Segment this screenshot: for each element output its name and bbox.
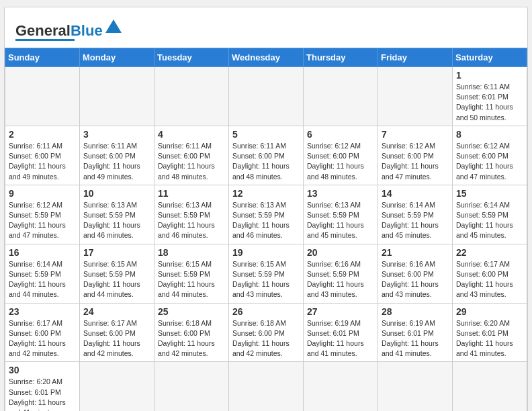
day-info: Sunrise: 6:12 AM Sunset: 6:00 PM Dayligh… — [456, 141, 523, 182]
calendar-cell — [378, 362, 453, 411]
day-number: 19 — [232, 247, 300, 258]
day-number: 13 — [307, 188, 374, 199]
day-info: Sunrise: 6:12 AM Sunset: 5:59 PM Dayligh… — [9, 200, 76, 241]
logo-text: GeneralBlue — [15, 24, 103, 38]
day-number: 23 — [9, 306, 76, 317]
day-info: Sunrise: 6:16 AM Sunset: 6:00 PM Dayligh… — [382, 259, 449, 300]
calendar-cell: 22Sunrise: 6:17 AM Sunset: 6:00 PM Dayli… — [453, 244, 527, 303]
calendar-cell: 2Sunrise: 6:11 AM Sunset: 6:00 PM Daylig… — [5, 126, 80, 185]
calendar-cell: 14Sunrise: 6:14 AM Sunset: 5:59 PM Dayli… — [378, 185, 453, 244]
day-number: 27 — [307, 306, 374, 317]
logo-bar — [15, 39, 75, 41]
day-number: 26 — [232, 306, 300, 317]
calendar-cell: 4Sunrise: 6:11 AM Sunset: 6:00 PM Daylig… — [154, 126, 229, 185]
calendar-cell: 18Sunrise: 6:15 AM Sunset: 5:59 PM Dayli… — [154, 244, 229, 303]
calendar-cell — [304, 67, 378, 126]
day-info: Sunrise: 6:19 AM Sunset: 6:01 PM Dayligh… — [382, 318, 449, 359]
weekday-header-wednesday: Wednesday — [229, 48, 304, 67]
calendar-cell: 16Sunrise: 6:14 AM Sunset: 5:59 PM Dayli… — [5, 244, 80, 303]
day-number: 20 — [307, 247, 374, 258]
day-number: 7 — [382, 129, 449, 140]
calendar-cell: 29Sunrise: 6:20 AM Sunset: 6:01 PM Dayli… — [453, 303, 527, 362]
weekday-header-tuesday: Tuesday — [154, 48, 229, 67]
calendar-cell — [154, 362, 229, 411]
calendar-cell: 23Sunrise: 6:17 AM Sunset: 6:00 PM Dayli… — [5, 303, 80, 362]
calendar-cell — [154, 67, 229, 126]
calendar-cell: 7Sunrise: 6:12 AM Sunset: 6:00 PM Daylig… — [378, 126, 453, 185]
day-info: Sunrise: 6:16 AM Sunset: 5:59 PM Dayligh… — [307, 259, 374, 300]
day-info: Sunrise: 6:12 AM Sunset: 6:00 PM Dayligh… — [382, 141, 449, 182]
day-info: Sunrise: 6:14 AM Sunset: 5:59 PM Dayligh… — [382, 200, 449, 241]
calendar-cell: 25Sunrise: 6:18 AM Sunset: 6:00 PM Dayli… — [154, 303, 229, 362]
day-info: Sunrise: 6:19 AM Sunset: 6:01 PM Dayligh… — [307, 318, 374, 359]
calendar-cell: 3Sunrise: 6:11 AM Sunset: 6:00 PM Daylig… — [80, 126, 154, 185]
calendar-cell — [5, 67, 80, 126]
day-number: 14 — [382, 188, 449, 199]
day-number: 28 — [382, 306, 449, 317]
day-info: Sunrise: 6:15 AM Sunset: 5:59 PM Dayligh… — [158, 259, 225, 300]
calendar-cell — [229, 362, 304, 411]
day-number: 6 — [307, 129, 374, 140]
logo: GeneralBlue — [15, 18, 123, 41]
calendar-cell: 24Sunrise: 6:17 AM Sunset: 6:00 PM Dayli… — [80, 303, 154, 362]
weekday-header-thursday: Thursday — [304, 48, 378, 67]
weekday-header-friday: Friday — [378, 48, 453, 67]
day-number: 21 — [382, 247, 449, 258]
day-number: 15 — [456, 188, 523, 199]
day-info: Sunrise: 6:17 AM Sunset: 6:00 PM Dayligh… — [9, 318, 76, 359]
calendar-cell — [80, 67, 154, 126]
day-info: Sunrise: 6:13 AM Sunset: 5:59 PM Dayligh… — [158, 200, 225, 241]
calendar-cell: 20Sunrise: 6:16 AM Sunset: 5:59 PM Dayli… — [304, 244, 378, 303]
calendar-week-row: 16Sunrise: 6:14 AM Sunset: 5:59 PM Dayli… — [5, 244, 527, 303]
day-number: 1 — [456, 70, 523, 81]
calendar-week-row: 9Sunrise: 6:12 AM Sunset: 5:59 PM Daylig… — [5, 185, 527, 244]
day-number: 25 — [158, 306, 225, 317]
calendar-cell — [453, 362, 527, 411]
calendar-week-row: 23Sunrise: 6:17 AM Sunset: 6:00 PM Dayli… — [5, 303, 527, 362]
day-info: Sunrise: 6:20 AM Sunset: 6:01 PM Dayligh… — [9, 377, 76, 411]
day-number: 29 — [456, 306, 523, 317]
day-info: Sunrise: 6:15 AM Sunset: 5:59 PM Dayligh… — [232, 259, 300, 300]
day-number: 8 — [456, 129, 523, 140]
day-info: Sunrise: 6:18 AM Sunset: 6:00 PM Dayligh… — [232, 318, 300, 359]
day-number: 2 — [9, 129, 76, 140]
day-info: Sunrise: 6:11 AM Sunset: 6:00 PM Dayligh… — [232, 141, 300, 182]
day-number: 18 — [158, 247, 225, 258]
calendar-cell: 8Sunrise: 6:12 AM Sunset: 6:00 PM Daylig… — [453, 126, 527, 185]
calendar-header: GeneralBlue — [5, 7, 527, 48]
calendar-cell: 6Sunrise: 6:12 AM Sunset: 6:00 PM Daylig… — [304, 126, 378, 185]
calendar-cell — [378, 67, 453, 126]
day-number: 12 — [232, 188, 300, 199]
calendar-table: SundayMondayTuesdayWednesdayThursdayFrid… — [5, 48, 527, 411]
calendar-week-row: 1Sunrise: 6:11 AM Sunset: 6:01 PM Daylig… — [5, 67, 527, 126]
calendar-cell: 30Sunrise: 6:20 AM Sunset: 6:01 PM Dayli… — [5, 362, 80, 411]
day-number: 24 — [83, 306, 150, 317]
day-info: Sunrise: 6:13 AM Sunset: 5:59 PM Dayligh… — [307, 200, 374, 241]
day-info: Sunrise: 6:11 AM Sunset: 6:01 PM Dayligh… — [456, 82, 523, 123]
calendar-cell: 13Sunrise: 6:13 AM Sunset: 5:59 PM Dayli… — [304, 185, 378, 244]
calendar-week-row: 30Sunrise: 6:20 AM Sunset: 6:01 PM Dayli… — [5, 362, 527, 411]
calendar-cell: 15Sunrise: 6:14 AM Sunset: 5:59 PM Dayli… — [453, 185, 527, 244]
calendar-cell: 21Sunrise: 6:16 AM Sunset: 6:00 PM Dayli… — [378, 244, 453, 303]
day-info: Sunrise: 6:11 AM Sunset: 6:00 PM Dayligh… — [83, 141, 150, 182]
calendar-cell: 11Sunrise: 6:13 AM Sunset: 5:59 PM Dayli… — [154, 185, 229, 244]
day-info: Sunrise: 6:11 AM Sunset: 6:00 PM Dayligh… — [158, 141, 225, 182]
calendar-cell — [80, 362, 154, 411]
day-number: 17 — [83, 247, 150, 258]
day-info: Sunrise: 6:18 AM Sunset: 6:00 PM Dayligh… — [158, 318, 225, 359]
calendar-cell: 12Sunrise: 6:13 AM Sunset: 5:59 PM Dayli… — [229, 185, 304, 244]
logo-triangle-icon — [104, 18, 123, 37]
day-info: Sunrise: 6:13 AM Sunset: 5:59 PM Dayligh… — [232, 200, 300, 241]
weekday-header-monday: Monday — [80, 48, 154, 67]
weekday-header-sunday: Sunday — [5, 48, 80, 67]
weekday-header-saturday: Saturday — [453, 48, 527, 67]
day-info: Sunrise: 6:13 AM Sunset: 5:59 PM Dayligh… — [83, 200, 150, 241]
day-number: 22 — [456, 247, 523, 258]
calendar-cell: 26Sunrise: 6:18 AM Sunset: 6:00 PM Dayli… — [229, 303, 304, 362]
logo-blue-text: Blue — [71, 22, 103, 39]
day-number: 16 — [9, 247, 76, 258]
day-number: 10 — [83, 188, 150, 199]
calendar-cell: 9Sunrise: 6:12 AM Sunset: 5:59 PM Daylig… — [5, 185, 80, 244]
day-info: Sunrise: 6:17 AM Sunset: 6:00 PM Dayligh… — [83, 318, 150, 359]
day-info: Sunrise: 6:20 AM Sunset: 6:01 PM Dayligh… — [456, 318, 523, 359]
